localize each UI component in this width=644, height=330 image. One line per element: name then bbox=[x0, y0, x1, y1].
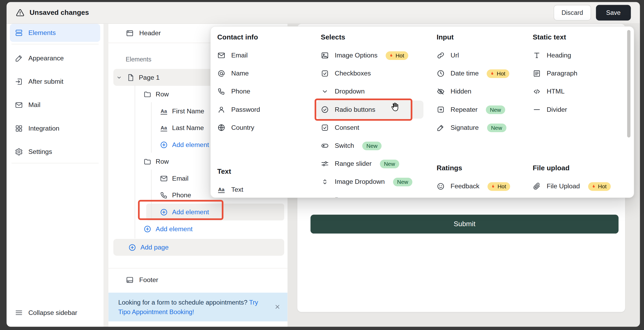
element-item-date-time[interactable]: Date timeHot bbox=[436, 64, 537, 82]
element-item-label: Phone bbox=[231, 88, 250, 95]
element-item-email[interactable]: Email bbox=[217, 46, 317, 64]
plus-circle-icon bbox=[143, 225, 152, 233]
smiley-icon bbox=[436, 182, 445, 190]
appearance-icon bbox=[15, 54, 23, 63]
element-item-dropdown[interactable]: Dropdown bbox=[321, 82, 421, 100]
element-item-range-slider[interactable]: Range sliderNew bbox=[321, 155, 421, 173]
element-item-text[interactable]: AaText bbox=[217, 181, 317, 198]
flame-icon bbox=[591, 184, 596, 189]
collapse-sidebar-label: Collapse sidebar bbox=[28, 309, 77, 316]
link-icon bbox=[436, 51, 445, 60]
menu-section-title: Ratings bbox=[436, 163, 537, 173]
menu-column-3: InputUrlDate timeHotHiddenRepeaterNewSig… bbox=[436, 32, 537, 195]
tree-row-add-page[interactable]: Add page bbox=[113, 239, 284, 256]
element-item-heading[interactable]: Heading bbox=[533, 46, 633, 64]
tree-guide-line bbox=[135, 85, 135, 238]
warning-icon bbox=[16, 8, 25, 17]
status-text: Unsaved changes bbox=[30, 9, 89, 17]
hot-badge: Hot bbox=[488, 182, 510, 191]
sidebar-item-appearance[interactable]: Appearance bbox=[10, 49, 100, 67]
element-item-label: Password bbox=[231, 106, 260, 113]
discard-button[interactable]: Discard bbox=[554, 5, 591, 21]
tree-row-label: Last Name bbox=[172, 124, 204, 132]
folder-icon bbox=[143, 90, 152, 98]
image-icon bbox=[321, 51, 329, 60]
tree-row-add-element[interactable]: Add element bbox=[113, 220, 284, 237]
save-button[interactable]: Save bbox=[596, 5, 631, 21]
clock-icon bbox=[436, 69, 445, 78]
element-item-button[interactable]: Button bbox=[321, 191, 421, 198]
tree-row-label: Add element bbox=[172, 141, 209, 148]
svg-text:Aa: Aa bbox=[218, 187, 225, 192]
element-item-label: Checkboxes bbox=[335, 70, 371, 77]
paragraph-icon bbox=[533, 69, 541, 78]
divider bbox=[11, 163, 99, 163]
element-item-checkboxes[interactable]: Checkboxes bbox=[321, 64, 421, 82]
footer-section-row[interactable]: Footer bbox=[108, 268, 288, 291]
menu-column-4: Static textHeadingParagraphHTMLDividerFi… bbox=[533, 32, 633, 195]
sidebar-item-integration[interactable]: Integration bbox=[10, 119, 100, 137]
svg-text:Aa: Aa bbox=[161, 125, 167, 131]
element-item-label: Switch bbox=[335, 142, 354, 149]
element-item-password[interactable]: Password bbox=[217, 101, 317, 119]
element-item-hidden[interactable]: Hidden bbox=[436, 82, 537, 100]
close-icon[interactable] bbox=[274, 303, 281, 310]
element-item-switch[interactable]: SwitchNew bbox=[321, 137, 421, 155]
menu-section-title: Selects bbox=[321, 32, 421, 42]
sidebar-items: ElementsAppearanceAfter submitMailIntegr… bbox=[10, 24, 100, 168]
mail-icon bbox=[217, 51, 226, 60]
phone-icon bbox=[160, 191, 168, 199]
page-icon bbox=[126, 73, 135, 82]
sidebar-item-elements[interactable]: Elements bbox=[10, 24, 100, 42]
element-item-label: Url bbox=[451, 52, 459, 59]
user-icon bbox=[217, 105, 226, 114]
element-item-consent[interactable]: Consent bbox=[321, 119, 421, 137]
element-item-label: Range slider bbox=[335, 160, 372, 167]
button-icon bbox=[321, 196, 329, 198]
after-submit-icon bbox=[15, 78, 23, 86]
element-item-repeater[interactable]: RepeaterNew bbox=[436, 101, 537, 119]
element-item-phone[interactable]: Phone bbox=[217, 82, 317, 100]
menu-scrollbar[interactable] bbox=[627, 30, 630, 137]
plus-circle-icon bbox=[160, 141, 168, 149]
mail-icon bbox=[160, 174, 168, 182]
element-item-divider[interactable]: Divider bbox=[533, 101, 633, 119]
element-item-label: Feedback bbox=[451, 183, 479, 190]
element-item-image-dropdown[interactable]: Image DropdownNew bbox=[321, 173, 421, 191]
element-item-file-upload[interactable]: File UploadHot bbox=[533, 177, 633, 195]
badge-label: Hot bbox=[497, 70, 505, 77]
element-item-label: Hidden bbox=[451, 88, 471, 95]
element-item-label: Date time bbox=[451, 70, 479, 77]
element-item-label: Divider bbox=[547, 106, 567, 113]
sidebar-item-mail[interactable]: Mail bbox=[10, 96, 100, 114]
tree-row-label: Page 1 bbox=[139, 74, 160, 81]
badge-label: New bbox=[367, 143, 378, 149]
text-field-icon: Aa bbox=[160, 107, 168, 115]
element-item-paragraph[interactable]: Paragraph bbox=[533, 64, 633, 82]
element-item-name[interactable]: Name bbox=[217, 64, 317, 82]
tree-row-label: Email bbox=[172, 175, 188, 182]
menu-section-input: InputUrlDate timeHotHiddenRepeaterNewSig… bbox=[436, 32, 537, 137]
element-item-label: Country bbox=[231, 124, 254, 131]
submit-button[interactable]: Submit bbox=[311, 215, 619, 234]
element-item-signature[interactable]: SignatureNew bbox=[436, 119, 537, 137]
topbar-actions: Discard Save bbox=[554, 5, 631, 21]
menu-section-ratings: RatingsFeedbackHot bbox=[436, 163, 537, 195]
element-item-label: File Upload bbox=[547, 183, 580, 190]
element-item-image-options[interactable]: Image OptionsHot bbox=[321, 46, 421, 64]
element-item-html[interactable]: HTML bbox=[533, 82, 633, 100]
sidebar-item-label: Mail bbox=[28, 101, 40, 109]
element-item-feedback[interactable]: FeedbackHot bbox=[436, 177, 537, 195]
badge-label: New bbox=[490, 106, 501, 113]
element-item-url[interactable]: Url bbox=[436, 46, 537, 64]
tree-guide-line bbox=[151, 102, 152, 153]
new-badge: New bbox=[487, 123, 506, 132]
menu-column-1: Contact infoEmailNamePhonePasswordCountr… bbox=[217, 32, 317, 198]
sidebar-item-after-submit[interactable]: After submit bbox=[10, 73, 100, 91]
sidebar-item-label: Integration bbox=[28, 125, 59, 132]
signature-icon bbox=[436, 123, 445, 132]
element-item-country[interactable]: Country bbox=[217, 119, 317, 137]
collapse-sidebar-button[interactable]: Collapse sidebar bbox=[10, 305, 100, 321]
sidebar-item-settings[interactable]: Settings bbox=[10, 143, 100, 161]
hamburger-icon bbox=[15, 309, 23, 317]
